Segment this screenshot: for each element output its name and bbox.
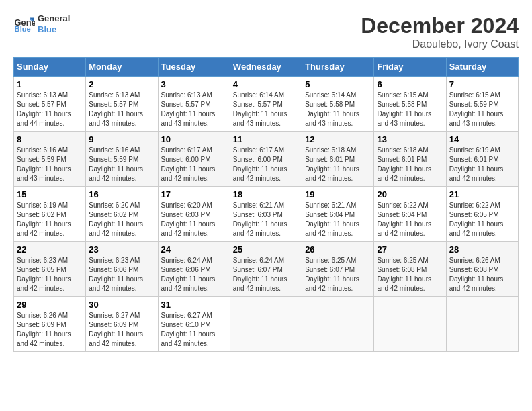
calendar-cell: 19 Sunrise: 6:21 AM Sunset: 6:04 PM Dayl… <box>302 187 374 242</box>
title-block: December 2024 Daoulebo, Ivory Coast <box>361 13 519 50</box>
day-number: 23 <box>89 244 154 255</box>
calendar-cell: 1 Sunrise: 6:13 AM Sunset: 5:57 PM Dayli… <box>14 77 86 132</box>
day-number: 21 <box>449 189 515 199</box>
calendar-cell: 31 Sunrise: 6:27 AM Sunset: 6:10 PM Dayl… <box>158 297 230 352</box>
day-number: 15 <box>17 189 83 199</box>
day-info: Sunrise: 6:18 AM Sunset: 6:01 PM Dayligh… <box>377 146 443 183</box>
day-info: Sunrise: 6:21 AM Sunset: 6:04 PM Dayligh… <box>305 201 371 238</box>
day-number: 18 <box>233 189 299 199</box>
calendar-table: SundayMondayTuesdayWednesdayThursdayFrid… <box>13 57 519 352</box>
day-info: Sunrise: 6:25 AM Sunset: 6:07 PM Dayligh… <box>305 256 371 293</box>
calendar-cell <box>374 297 446 352</box>
calendar-cell: 26 Sunrise: 6:25 AM Sunset: 6:07 PM Dayl… <box>302 242 374 297</box>
logo-text: General Blue <box>38 13 70 34</box>
day-number: 13 <box>377 134 443 144</box>
day-info: Sunrise: 6:22 AM Sunset: 6:05 PM Dayligh… <box>449 201 515 238</box>
day-number: 1 <box>17 79 83 89</box>
calendar-cell: 3 Sunrise: 6:13 AM Sunset: 5:57 PM Dayli… <box>158 77 230 132</box>
day-number: 24 <box>161 244 227 255</box>
calendar-cell: 4 Sunrise: 6:14 AM Sunset: 5:57 PM Dayli… <box>230 77 302 132</box>
day-info: Sunrise: 6:24 AM Sunset: 6:07 PM Dayligh… <box>233 256 299 293</box>
day-info: Sunrise: 6:15 AM Sunset: 5:58 PM Dayligh… <box>377 91 443 128</box>
day-info: Sunrise: 6:24 AM Sunset: 6:06 PM Dayligh… <box>161 256 227 293</box>
day-info: Sunrise: 6:26 AM Sunset: 6:08 PM Dayligh… <box>449 256 515 293</box>
col-header-monday: Monday <box>86 58 158 77</box>
calendar-cell: 28 Sunrise: 6:26 AM Sunset: 6:08 PM Dayl… <box>446 242 518 297</box>
calendar-cell: 10 Sunrise: 6:17 AM Sunset: 6:00 PM Dayl… <box>158 132 230 187</box>
day-info: Sunrise: 6:22 AM Sunset: 6:04 PM Dayligh… <box>377 201 443 238</box>
col-header-thursday: Thursday <box>302 58 374 77</box>
day-info: Sunrise: 6:19 AM Sunset: 6:02 PM Dayligh… <box>17 201 83 238</box>
day-info: Sunrise: 6:27 AM Sunset: 6:09 PM Dayligh… <box>89 311 154 349</box>
calendar-cell: 7 Sunrise: 6:15 AM Sunset: 5:59 PM Dayli… <box>446 77 518 132</box>
day-number: 26 <box>305 244 371 255</box>
day-number: 31 <box>161 300 227 310</box>
day-number: 28 <box>449 244 515 255</box>
col-header-friday: Friday <box>374 58 446 77</box>
day-info: Sunrise: 6:13 AM Sunset: 5:57 PM Dayligh… <box>89 91 154 128</box>
day-info: Sunrise: 6:13 AM Sunset: 5:57 PM Dayligh… <box>17 91 83 128</box>
page-title: December 2024 <box>361 13 519 38</box>
day-number: 27 <box>377 244 443 255</box>
calendar-cell: 9 Sunrise: 6:16 AM Sunset: 5:59 PM Dayli… <box>86 132 158 187</box>
day-number: 4 <box>233 79 299 89</box>
day-info: Sunrise: 6:17 AM Sunset: 6:00 PM Dayligh… <box>161 146 227 183</box>
calendar-cell: 21 Sunrise: 6:22 AM Sunset: 6:05 PM Dayl… <box>446 187 518 242</box>
day-number: 14 <box>449 134 515 144</box>
calendar-cell: 14 Sunrise: 6:19 AM Sunset: 6:01 PM Dayl… <box>446 132 518 187</box>
calendar-cell: 12 Sunrise: 6:18 AM Sunset: 6:01 PM Dayl… <box>302 132 374 187</box>
day-info: Sunrise: 6:25 AM Sunset: 6:08 PM Dayligh… <box>377 256 443 293</box>
day-number: 9 <box>89 134 154 144</box>
calendar-cell: 20 Sunrise: 6:22 AM Sunset: 6:04 PM Dayl… <box>374 187 446 242</box>
day-info: Sunrise: 6:16 AM Sunset: 5:59 PM Dayligh… <box>89 146 154 183</box>
calendar-cell: 13 Sunrise: 6:18 AM Sunset: 6:01 PM Dayl… <box>374 132 446 187</box>
col-header-saturday: Saturday <box>446 58 518 77</box>
day-number: 16 <box>89 189 154 199</box>
calendar-cell <box>302 297 374 352</box>
calendar-cell: 6 Sunrise: 6:15 AM Sunset: 5:58 PM Dayli… <box>374 77 446 132</box>
day-info: Sunrise: 6:15 AM Sunset: 5:59 PM Dayligh… <box>449 91 515 128</box>
day-number: 19 <box>305 189 371 199</box>
day-number: 17 <box>161 189 227 199</box>
day-number: 3 <box>161 79 227 89</box>
page-header: General Blue General Blue December 2024 … <box>13 13 519 50</box>
calendar-cell: 11 Sunrise: 6:17 AM Sunset: 6:00 PM Dayl… <box>230 132 302 187</box>
calendar-cell: 16 Sunrise: 6:20 AM Sunset: 6:02 PM Dayl… <box>86 187 158 242</box>
logo: General Blue General Blue <box>13 13 70 35</box>
logo-icon: General Blue <box>13 13 35 35</box>
calendar-cell: 27 Sunrise: 6:25 AM Sunset: 6:08 PM Dayl… <box>374 242 446 297</box>
logo-line2: Blue <box>38 24 70 35</box>
day-number: 30 <box>89 300 154 310</box>
day-info: Sunrise: 6:19 AM Sunset: 6:01 PM Dayligh… <box>449 146 515 183</box>
day-info: Sunrise: 6:16 AM Sunset: 5:59 PM Dayligh… <box>17 146 83 183</box>
calendar-cell <box>230 297 302 352</box>
day-info: Sunrise: 6:18 AM Sunset: 6:01 PM Dayligh… <box>305 146 371 183</box>
day-info: Sunrise: 6:20 AM Sunset: 6:03 PM Dayligh… <box>161 201 227 238</box>
day-number: 6 <box>377 79 443 89</box>
day-number: 7 <box>449 79 515 89</box>
calendar-cell: 8 Sunrise: 6:16 AM Sunset: 5:59 PM Dayli… <box>14 132 86 187</box>
col-header-sunday: Sunday <box>14 58 86 77</box>
day-info: Sunrise: 6:14 AM Sunset: 5:57 PM Dayligh… <box>233 91 299 128</box>
day-number: 10 <box>161 134 227 144</box>
page-subtitle: Daoulebo, Ivory Coast <box>361 38 519 50</box>
day-number: 11 <box>233 134 299 144</box>
calendar-cell: 23 Sunrise: 6:23 AM Sunset: 6:06 PM Dayl… <box>86 242 158 297</box>
calendar-cell: 29 Sunrise: 6:26 AM Sunset: 6:09 PM Dayl… <box>14 297 86 352</box>
day-number: 8 <box>17 134 83 144</box>
day-number: 20 <box>377 189 443 199</box>
logo-line1: General <box>38 13 70 24</box>
calendar-cell: 24 Sunrise: 6:24 AM Sunset: 6:06 PM Dayl… <box>158 242 230 297</box>
day-info: Sunrise: 6:27 AM Sunset: 6:10 PM Dayligh… <box>161 311 227 349</box>
calendar-cell: 15 Sunrise: 6:19 AM Sunset: 6:02 PM Dayl… <box>14 187 86 242</box>
svg-text:Blue: Blue <box>15 25 31 33</box>
day-info: Sunrise: 6:17 AM Sunset: 6:00 PM Dayligh… <box>233 146 299 183</box>
calendar-cell: 22 Sunrise: 6:23 AM Sunset: 6:05 PM Dayl… <box>14 242 86 297</box>
day-info: Sunrise: 6:21 AM Sunset: 6:03 PM Dayligh… <box>233 201 299 238</box>
calendar-cell: 30 Sunrise: 6:27 AM Sunset: 6:09 PM Dayl… <box>86 297 158 352</box>
col-header-tuesday: Tuesday <box>158 58 230 77</box>
day-number: 29 <box>17 300 83 310</box>
day-number: 2 <box>89 79 154 89</box>
calendar-cell: 17 Sunrise: 6:20 AM Sunset: 6:03 PM Dayl… <box>158 187 230 242</box>
calendar-cell <box>446 297 518 352</box>
